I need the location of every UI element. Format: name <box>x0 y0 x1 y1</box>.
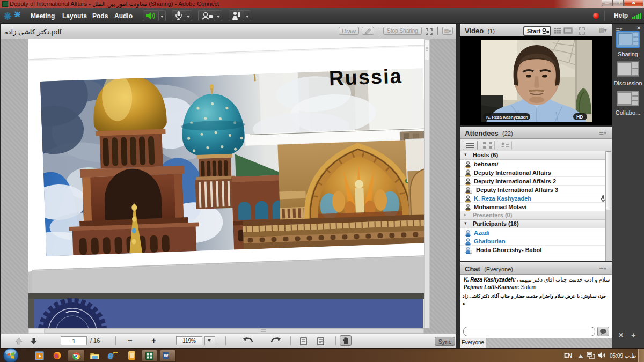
svg-text:K. Reza Kashyzadeh: K. Reza Kashyzadeh <box>486 115 528 120</box>
svg-text:HD: HD <box>576 114 583 120</box>
svg-text:Russia: Russia <box>328 64 402 90</box>
